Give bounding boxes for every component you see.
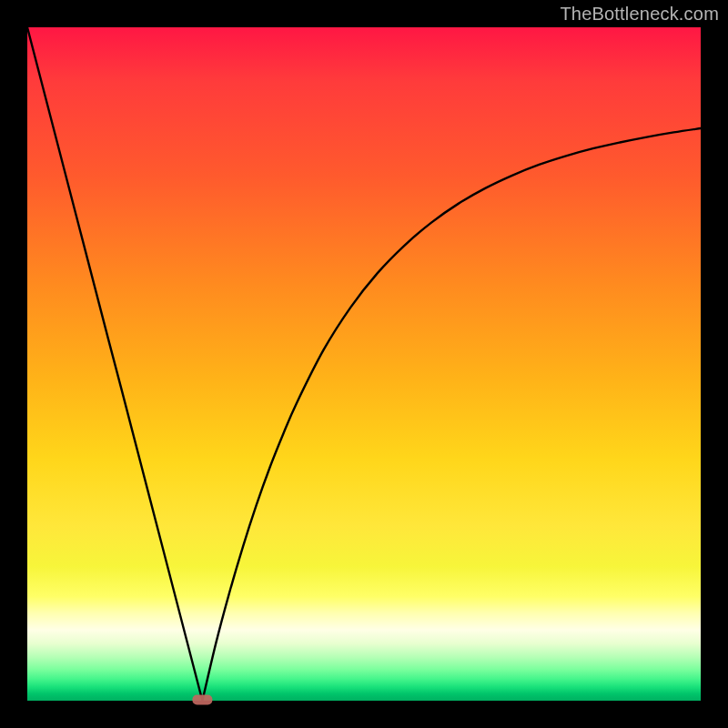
plot-area <box>27 27 701 701</box>
curve-layer <box>27 27 701 701</box>
watermark-text: TheBottleneck.com <box>560 4 719 25</box>
minimum-marker <box>192 695 212 705</box>
bottleneck-curve <box>27 27 701 701</box>
chart-frame: TheBottleneck.com <box>0 0 728 728</box>
